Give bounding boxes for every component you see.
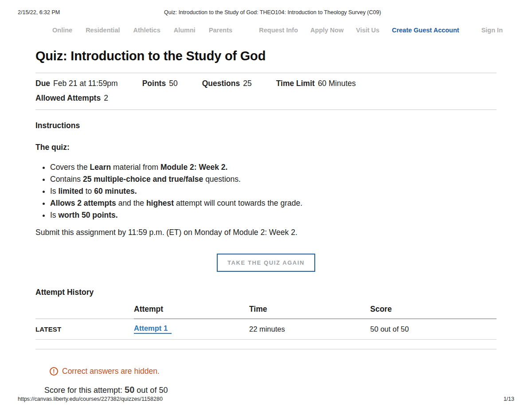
attempt-table-header-row: Attempt Time Score <box>35 302 497 319</box>
print-page-title: Quiz: Introduction to the Study of God: … <box>164 9 381 16</box>
nav-item-apply-now[interactable]: Apply Now <box>310 27 344 34</box>
instructions-intro: The quiz: <box>35 143 497 152</box>
attempt-time-cell: 22 minutes <box>249 319 370 340</box>
attempt-score-line: Score for this attempt: 50 out of 50 <box>44 385 497 395</box>
detail-due-label: Due <box>35 79 50 88</box>
score-suffix: out of 50 <box>134 386 168 395</box>
detail-questions: Questions25 <box>202 79 252 88</box>
nav-item-athletics[interactable]: Athletics <box>133 27 160 34</box>
detail-allowed-attempts-label: Allowed Attempts <box>35 94 101 102</box>
nav-item-create-guest-account[interactable]: Create Guest Account <box>392 27 459 34</box>
bullet-item: Covers the Learn material from Module 2:… <box>50 161 497 173</box>
attempt-1-link[interactable]: Attempt 1 <box>134 324 172 334</box>
attempt-history-heading: Attempt History <box>35 288 497 297</box>
bullet-item: Allows 2 attempts and the highest attemp… <box>50 197 497 209</box>
detail-time-limit-label: Time Limit <box>276 79 315 88</box>
answers-hidden-text: Correct answers are hidden. <box>62 367 160 376</box>
print-footer-page-number: 1/13 <box>504 396 514 402</box>
attempt-table-spacer-header <box>35 302 134 319</box>
page-title: Quiz: Introduction to the Study of God <box>35 49 497 63</box>
nav-item-parents[interactable]: Parents <box>209 27 232 34</box>
nav-item-visit-us[interactable]: Visit Us <box>356 27 379 34</box>
attempt-history-table: Attempt Time Score LATEST Attempt 1 22 m… <box>35 302 497 340</box>
detail-allowed-attempts: Allowed Attempts2 <box>35 94 497 103</box>
detail-due: DueFeb 21 at 11:59pm <box>35 79 118 88</box>
quiz-details: DueFeb 21 at 11:59pm Points50 Questions2… <box>35 73 497 110</box>
attempt-column-header: Attempt <box>134 302 249 319</box>
bullet-item: Is worth 50 points. <box>50 209 497 221</box>
site-nav: Online Residential Athletics Alumni Pare… <box>52 27 503 34</box>
score-value: 50 <box>125 385 134 395</box>
take-quiz-again-button[interactable]: TAKE THE QUIZ AGAIN <box>217 254 315 272</box>
score-prefix: Score for this attempt: <box>44 386 122 395</box>
attempt-score-cell: 50 out of 50 <box>370 319 497 340</box>
button-row: TAKE THE QUIZ AGAIN <box>35 254 497 272</box>
latest-badge: LATEST <box>35 325 61 333</box>
detail-points-label: Points <box>142 79 166 88</box>
nav-item-online[interactable]: Online <box>52 27 72 34</box>
print-header: 2/15/22, 6:32 PM Quiz: Introduction to t… <box>18 9 514 16</box>
exclamation-circle-icon: ! <box>50 367 58 376</box>
bullet-item: Contains 25 multiple-choice and true/fal… <box>50 173 497 185</box>
divider <box>35 110 497 110</box>
bullet-item: Is limited to 60 minutes. <box>50 185 497 197</box>
answers-hidden-warning: ! Correct answers are hidden. <box>50 367 497 376</box>
table-row: LATEST Attempt 1 22 minutes 50 out of 50 <box>35 319 497 340</box>
detail-time-limit-value: 60 Minutes <box>318 79 356 88</box>
nav-item-request-info[interactable]: Request Info <box>259 27 298 34</box>
print-footer-url: https://canvas.liberty.edu/courses/22738… <box>18 396 163 402</box>
detail-time-limit: Time Limit60 Minutes <box>276 79 356 88</box>
score-column-header: Score <box>370 302 497 319</box>
nav-item-alumni[interactable]: Alumni <box>174 27 196 34</box>
detail-due-value: Feb 21 at 11:59pm <box>53 79 118 88</box>
instructions-heading: Instructions <box>35 121 497 130</box>
time-column-header: Time <box>249 302 370 319</box>
quiz-page-content: Quiz: Introduction to the Study of God D… <box>35 49 497 395</box>
nav-item-sign-in[interactable]: Sign In <box>481 27 503 34</box>
submit-note: Submit this assignment by 11:59 p.m. (ET… <box>35 228 497 237</box>
detail-points-value: 50 <box>169 79 177 88</box>
quiz-details-row-1: DueFeb 21 at 11:59pm Points50 Questions2… <box>35 79 497 88</box>
detail-questions-label: Questions <box>202 79 240 88</box>
site-nav-left: Online Residential Athletics Alumni Pare… <box>52 27 232 34</box>
print-datetime: 2/15/22, 6:32 PM <box>18 9 60 16</box>
instructions-bullet-list: Covers the Learn material from Module 2:… <box>35 161 497 221</box>
detail-allowed-attempts-value: 2 <box>104 94 108 102</box>
site-nav-right: Request Info Apply Now Visit Us Create G… <box>259 27 503 34</box>
nav-item-residential[interactable]: Residential <box>86 27 120 34</box>
detail-points: Points50 <box>142 79 178 88</box>
detail-questions-value: 25 <box>243 79 251 88</box>
print-footer: https://canvas.liberty.edu/courses/22738… <box>18 396 514 402</box>
divider <box>35 349 497 349</box>
